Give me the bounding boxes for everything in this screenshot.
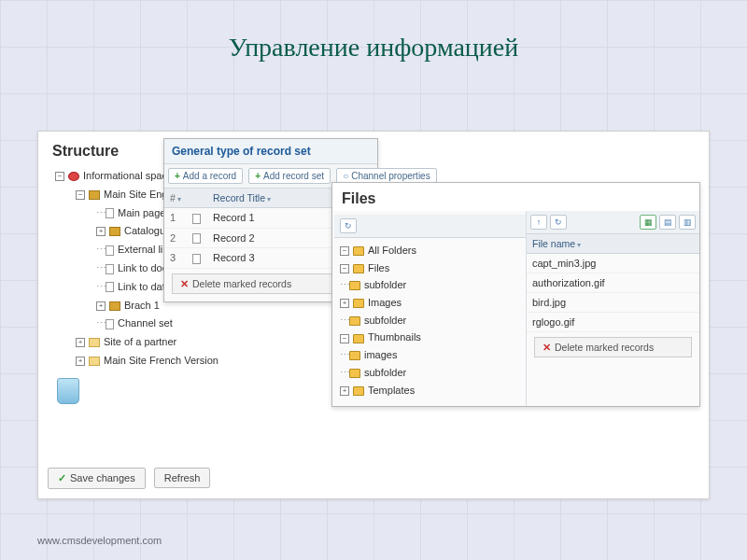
- lyellow-icon: [89, 338, 100, 347]
- folder-item[interactable]: ⋯subfolder: [340, 364, 522, 382]
- folder-item[interactable]: ⋯images: [340, 346, 522, 364]
- files-tree-refresh-icon[interactable]: ↻: [340, 218, 357, 233]
- files-heading: Files: [332, 183, 699, 211]
- file-row[interactable]: authorization.gif: [527, 273, 699, 293]
- folder-icon: [349, 316, 360, 326]
- add-record-button[interactable]: +Add a record: [168, 168, 243, 184]
- files-grid-header: File name▾: [527, 234, 699, 254]
- delete-files-button[interactable]: ✕Delete marked records: [534, 337, 692, 357]
- footer-url: www.cmsdevelopment.com: [37, 535, 162, 546]
- download-icon[interactable]: ↻: [550, 215, 567, 230]
- file-row[interactable]: bird.jpg: [527, 293, 699, 313]
- folder-icon: [353, 334, 364, 343]
- structure-button-row: ✓Save changes Refresh: [48, 468, 216, 489]
- page-icon: [192, 214, 201, 224]
- slide-title: Управление информацией: [0, 33, 747, 63]
- file-row[interactable]: capt_min3.jpg: [527, 254, 699, 273]
- folder-icon: [349, 369, 360, 378]
- folder-item[interactable]: −Thumbnails: [340, 329, 522, 346]
- folder-icon: [349, 281, 360, 290]
- files-tree-column: ↻ −All Folders−Files⋯subfolder+Images⋯su…: [332, 211, 527, 406]
- yellow-icon: [109, 301, 120, 311]
- folder-icon: [353, 246, 364, 256]
- lyellow-icon: [89, 357, 100, 366]
- page-icon: [106, 319, 114, 329]
- add-record-set-button[interactable]: +Add record set: [248, 168, 331, 184]
- refresh-button[interactable]: Refresh: [154, 468, 211, 488]
- yellow-icon: [89, 190, 100, 200]
- folder-item[interactable]: ⋯subfolder: [340, 276, 522, 294]
- recycle-bin-icon[interactable]: [57, 378, 79, 404]
- page-icon: [106, 282, 114, 292]
- yellow-icon: [109, 227, 120, 236]
- upload-icon[interactable]: ↑: [530, 215, 547, 230]
- files-panel: Files ↻ −All Folders−Files⋯subfolder+Ima…: [331, 182, 700, 407]
- view-list-icon[interactable]: ▤: [659, 215, 676, 230]
- page-icon: [192, 233, 201, 244]
- save-changes-button[interactable]: ✓Save changes: [48, 468, 146, 489]
- folder-icon: [353, 386, 364, 396]
- folder-item[interactable]: +Images: [340, 294, 522, 312]
- records-panel-title: General type of record set: [164, 139, 377, 164]
- view-thumb-icon[interactable]: ▦: [640, 215, 656, 230]
- files-list-column: ↑ ↻ ▦ ▤ ▥ File name▾ capt_min3.jpgauthor…: [527, 211, 699, 406]
- view-detail-icon[interactable]: ▥: [679, 215, 696, 230]
- folder-item[interactable]: −All Folders: [340, 242, 522, 259]
- folder-icon: [353, 264, 364, 273]
- page-icon: [192, 254, 201, 264]
- world-icon: [68, 172, 79, 181]
- page-icon: [106, 264, 114, 274]
- folder-icon: [353, 299, 364, 308]
- files-list-toolbar: ↑ ↻ ▦ ▤ ▥: [527, 211, 699, 234]
- folder-icon: [349, 351, 360, 360]
- page-icon: [106, 208, 114, 218]
- folder-item[interactable]: −Files: [340, 259, 522, 277]
- folder-item[interactable]: ⋯subfolder: [340, 312, 522, 329]
- page-icon: [106, 245, 114, 256]
- file-row[interactable]: rglogo.gif: [527, 313, 699, 332]
- folder-item[interactable]: +Templates: [340, 382, 522, 399]
